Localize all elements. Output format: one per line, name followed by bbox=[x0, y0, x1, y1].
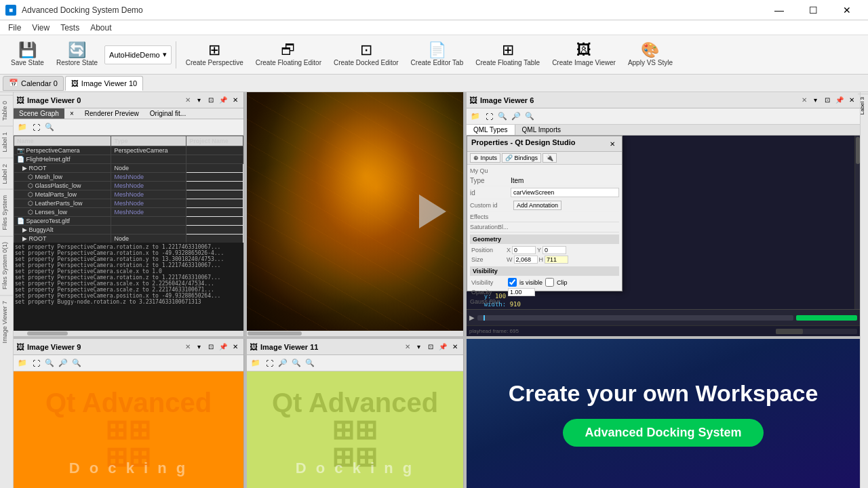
tab-scene-graph[interactable]: Scene Graph bbox=[14, 108, 64, 119]
tab-qml-types[interactable]: QML Types bbox=[467, 125, 515, 135]
iv9-zoomout-btn[interactable]: 🔍 bbox=[71, 357, 83, 369]
panel-pin-btn[interactable]: 📌 bbox=[218, 95, 229, 106]
table-row[interactable]: ⬡ Lenses_lowMeshNode bbox=[14, 208, 243, 217]
tab-renderer-preview[interactable]: Renderer Preview bbox=[79, 108, 144, 119]
iv9-dropdown[interactable]: ▾ bbox=[193, 342, 204, 352]
iv6-zoomout-btn[interactable]: 🔍 bbox=[524, 110, 536, 123]
size-w-input[interactable] bbox=[514, 256, 538, 264]
table-row[interactable]: 📄 SpaceroTest.gltf bbox=[14, 217, 243, 226]
sidebar-tab-table[interactable]: Table 0 bbox=[0, 95, 14, 126]
is-visible-checkbox[interactable] bbox=[508, 278, 517, 287]
search-btn[interactable]: 🔍 bbox=[43, 121, 56, 134]
iv11-zoom-btn[interactable]: 🔎 bbox=[277, 357, 289, 369]
iv6-dropdown-btn[interactable]: ▾ bbox=[810, 95, 821, 106]
menu-about[interactable]: About bbox=[85, 22, 117, 34]
table-row[interactable]: ⬡ GlassPlastic_lowMeshNode bbox=[14, 182, 243, 190]
iv6-zoomin-btn[interactable]: 🔎 bbox=[510, 110, 522, 123]
geometry-section[interactable]: Geometry bbox=[470, 235, 619, 244]
sidebar-tab-label3[interactable]: Label 3 bbox=[858, 94, 869, 117]
menu-tests[interactable]: Tests bbox=[55, 22, 85, 34]
create-image-viewer-button[interactable]: 🖼 Create Image Viewer bbox=[547, 37, 621, 73]
iv9-restore[interactable]: ⊡ bbox=[205, 342, 216, 352]
iv11-zoomout-btn[interactable]: 🔍 bbox=[304, 357, 316, 369]
iv9-zoomin-btn[interactable]: 🔎 bbox=[57, 357, 69, 369]
dialog-bindings-btn[interactable]: 🔗 Bindings bbox=[502, 153, 541, 163]
table-row[interactable]: ▶ BuggyAlt bbox=[14, 226, 243, 235]
sidebar-tab-filesystem[interactable]: Files System bbox=[0, 189, 14, 236]
save-state-button[interactable]: 💾 Save State bbox=[5, 37, 50, 73]
iv6-expand-btn[interactable]: ⛶ bbox=[483, 110, 495, 123]
iv9-folder-btn[interactable]: 📁 bbox=[16, 357, 28, 369]
table-row[interactable]: 📄 FlightHelmet.gltf bbox=[14, 155, 243, 164]
sidebar-tab-label1[interactable]: Label 1 bbox=[0, 126, 14, 158]
table-row[interactable]: ▶ ROOTNode bbox=[14, 235, 243, 243]
iv6-close-icon[interactable]: ✕ bbox=[802, 96, 807, 104]
iv6-restore-btn[interactable]: ⊡ bbox=[822, 95, 833, 106]
iv9-close-icon[interactable]: ✕ bbox=[185, 343, 191, 350]
code-scrollbar[interactable] bbox=[854, 136, 860, 309]
iv9-zoom-btn[interactable]: 🔍 bbox=[43, 357, 56, 369]
visibility-section[interactable]: Visibility bbox=[470, 266, 619, 276]
iv6-pin-btn[interactable]: 📌 bbox=[834, 95, 845, 106]
tab-qml-imports[interactable]: QML Imports bbox=[515, 125, 568, 135]
create-floating-editor-button[interactable]: 🗗 Create Floating Editor bbox=[250, 37, 327, 73]
scroll-thumb[interactable] bbox=[27, 331, 68, 336]
table-row[interactable]: ⬡ MetalParts_lowMeshNode bbox=[14, 190, 243, 199]
h-scroll-thumb[interactable] bbox=[776, 329, 803, 334]
timeline-bar[interactable] bbox=[477, 315, 793, 321]
pos-y-input[interactable] bbox=[542, 246, 566, 254]
close-icon[interactable]: ✕ bbox=[185, 96, 191, 104]
table-row[interactable]: ▶ ROOTNode bbox=[14, 164, 243, 173]
iv11-expand-btn[interactable]: ⛶ bbox=[263, 357, 275, 369]
iv9-close[interactable]: ✕ bbox=[230, 342, 241, 352]
sidebar-tab-imgviewer7[interactable]: Image Viewer 7 bbox=[0, 295, 14, 348]
horizontal-scrollbar[interactable] bbox=[14, 331, 243, 336]
tab-calendar-0[interactable]: 📅 Calendar 0 bbox=[3, 76, 64, 91]
tab-image-viewer-10[interactable]: 🖼 Image Viewer 10 bbox=[65, 76, 143, 91]
table-row[interactable]: ⬡ Mesh_lowMeshNode bbox=[14, 173, 243, 182]
iv11-zoomin-btn[interactable]: 🔍 bbox=[290, 357, 302, 369]
size-h-input[interactable] bbox=[545, 256, 568, 264]
iv11-folder-btn[interactable]: 📁 bbox=[250, 357, 262, 369]
code-h-scrollbar[interactable] bbox=[776, 329, 857, 334]
tab-render-stat[interactable]: × bbox=[64, 108, 79, 119]
iv11-close[interactable]: ✕ bbox=[450, 342, 460, 352]
opacity-input[interactable] bbox=[508, 288, 535, 296]
menu-file[interactable]: File bbox=[3, 22, 26, 34]
create-floating-table-button[interactable]: ⊞ Create Floating Table bbox=[470, 37, 545, 73]
create-perspective-button[interactable]: ⊞ Create Perspective bbox=[180, 37, 249, 73]
dialog-inputs-btn[interactable]: ⊕ Inputs bbox=[470, 153, 500, 163]
timeline-play-btn[interactable]: ▶ bbox=[469, 314, 475, 321]
iv9-expand-btn[interactable]: ⛶ bbox=[30, 357, 42, 369]
apply-vs-style-button[interactable]: 🎨 Apply VS Style bbox=[623, 37, 678, 73]
panel-dropdown-btn[interactable]: ▾ bbox=[193, 95, 204, 106]
sidebar-tab-filesystem0[interactable]: Files System 0(1) bbox=[0, 236, 14, 295]
viewer-h-scrollbar[interactable] bbox=[247, 331, 463, 336]
iv6-close-btn[interactable]: ✕ bbox=[846, 95, 857, 106]
create-editor-tab-button[interactable]: 📄 Create Editor Tab bbox=[406, 37, 469, 73]
iv11-pin[interactable]: 📌 bbox=[437, 342, 448, 352]
id-input[interactable] bbox=[511, 188, 619, 197]
perspective-dropdown[interactable]: AutoHideDemo ▾ bbox=[104, 45, 172, 64]
viewer-scroll-thumb[interactable] bbox=[248, 331, 302, 336]
iv6-folder-btn[interactable]: 📁 bbox=[469, 110, 481, 123]
iv11-restore[interactable]: ⊡ bbox=[425, 342, 436, 352]
iv11-close-icon[interactable]: ✕ bbox=[405, 343, 410, 350]
iv6-zoom-btn[interactable]: 🔍 bbox=[496, 110, 509, 123]
expand-btn[interactable]: ⛶ bbox=[30, 121, 42, 134]
play-icon[interactable] bbox=[419, 195, 446, 228]
code-scroll-thumb[interactable] bbox=[856, 137, 860, 164]
restore-state-button[interactable]: 🔄 Restore State bbox=[51, 37, 103, 73]
close-button[interactable]: ✕ bbox=[831, 0, 863, 20]
create-docked-editor-button[interactable]: ⊡ Create Docked Editor bbox=[328, 37, 404, 73]
table-row[interactable]: ⬡ LeatherParts_lowMeshNode bbox=[14, 199, 243, 208]
panel-close-btn[interactable]: ✕ bbox=[230, 95, 241, 106]
sidebar-tab-label2[interactable]: Label 2 bbox=[0, 158, 14, 190]
folder-btn[interactable]: 📁 bbox=[16, 121, 28, 134]
menu-view[interactable]: View bbox=[26, 22, 55, 34]
minimize-button[interactable]: — bbox=[764, 0, 795, 20]
clip-checkbox[interactable] bbox=[545, 278, 554, 287]
iv11-dropdown[interactable]: ▾ bbox=[413, 342, 424, 352]
add-annotation-button[interactable]: Add Annotation bbox=[513, 201, 561, 210]
panel-restore-btn[interactable]: ⊡ bbox=[205, 95, 216, 106]
